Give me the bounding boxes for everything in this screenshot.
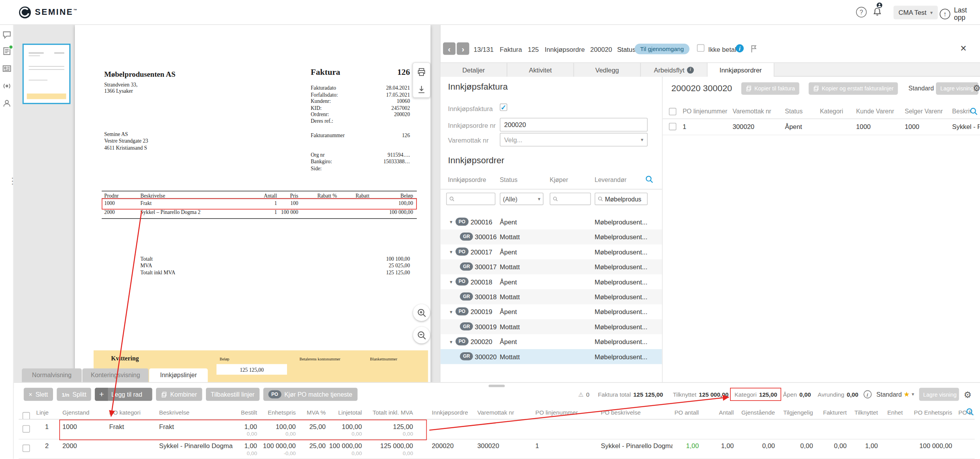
po-invoice-checkbox[interactable]: ✓ <box>500 104 507 111</box>
news-icon[interactable] <box>2 46 12 56</box>
row-checkbox[interactable] <box>669 123 676 130</box>
save-view-button[interactable]: Lagre visning <box>936 82 978 95</box>
order-row-gr[interactable]: GR 300018 Mottatt Møbelprodusent... <box>441 289 662 304</box>
chat-icon[interactable] <box>2 30 12 40</box>
dont-pay-checkbox[interactable] <box>697 44 704 52</box>
chevron-down-icon[interactable]: ▾ <box>450 279 452 285</box>
buyer-filter-input[interactable] <box>560 196 588 203</box>
invoice-total-row: MVA25 025,00 <box>140 263 410 269</box>
po-number-input[interactable] <box>500 118 648 131</box>
chevron-down-icon: ▾ <box>912 392 914 397</box>
panel-drag-handle[interactable] <box>489 385 505 387</box>
gear-icon[interactable]: ⚙ <box>964 390 972 399</box>
po-table-row[interactable]: 1 300020 Åpent 1000 1000 Sykkel - Pinare… <box>663 119 980 136</box>
zoom-out-button[interactable] <box>413 327 430 343</box>
panel-resize-handle-icon[interactable]: ⋮ <box>8 176 17 186</box>
thumbnail-receipt-band <box>27 94 66 99</box>
next-invoice-button[interactable]: › <box>457 42 469 55</box>
receipt-number-select[interactable]: Velg... ▾ <box>500 133 648 147</box>
receipt-amount-label: Beløp <box>220 357 229 361</box>
info-icon[interactable]: i <box>735 44 744 53</box>
recipient-line: Vestre Strandgate 23 <box>104 138 148 144</box>
supplier-filter[interactable] <box>595 192 648 205</box>
order-row-gr-selected[interactable]: GR 300020 Mottatt Møbelprodusent... <box>441 349 662 364</box>
account-selector[interactable]: CMA Test ▾ <box>893 5 937 19</box>
copy-replace-button[interactable]: Kopier og erstatt fakturalinjer <box>809 82 898 95</box>
order-number-filter-input[interactable] <box>456 196 492 203</box>
previous-invoice-button[interactable]: ‹ <box>443 42 455 55</box>
copy-to-invoice-button[interactable]: Kopier til faktura <box>741 82 799 95</box>
add-row-button[interactable]: +Legg til rad <box>95 388 152 401</box>
orders-search-icon[interactable] <box>645 175 653 184</box>
gear-icon[interactable]: ⚙ <box>973 83 980 92</box>
tab-aktivitet[interactable]: Aktivitet <box>507 63 574 78</box>
lines-search-icon[interactable] <box>966 408 974 416</box>
chevron-down-icon[interactable]: ▾ <box>450 339 452 344</box>
tab-konteringsvisning[interactable]: Konteringsvisning <box>82 369 149 383</box>
order-row-gr[interactable]: GR 300016 Mottatt Møbelprodusent... <box>441 230 662 244</box>
news-badge <box>9 45 13 49</box>
help-icon[interactable]: ? <box>856 7 867 18</box>
status-filter-select[interactable]: (Alle) ▾ <box>500 192 544 205</box>
dont-pay-label: Ikke betal <box>708 46 736 53</box>
line-row-1[interactable]: 1 1000 Frakt Frakt 1,000,00 100,000,00 2… <box>19 420 975 440</box>
flag-icon[interactable] <box>750 44 759 54</box>
order-row-po[interactable]: ▾ PO 200018 Åpent Møbelprodusent... <box>441 274 662 289</box>
row-checkbox[interactable] <box>23 425 30 433</box>
search-icon <box>553 196 558 202</box>
reset-lines-button[interactable]: Tilbakestill linjer <box>206 388 259 401</box>
chevron-down-icon[interactable]: ▾ <box>450 219 452 225</box>
order-row-po[interactable]: ▾ PO 200017 Åpent Møbelprodusent... <box>441 244 662 259</box>
buyer-filter[interactable] <box>550 192 591 205</box>
tab-normalvisning[interactable]: Normalvisning <box>22 369 82 383</box>
tab-arbeidsflyt[interactable]: Arbeidsflyti <box>641 63 707 78</box>
stat-avrunding: Avrunding0,00 <box>816 391 858 398</box>
tab-detaljer[interactable]: Detaljer <box>441 63 507 78</box>
tab-innkjopsordrer[interactable]: Innkjøpsordrer <box>707 63 774 78</box>
order-row-gr[interactable]: GR 300019 Mottatt Møbelprodusent... <box>441 319 662 334</box>
po-table-search-icon[interactable] <box>969 107 978 115</box>
section-title-innkjopsordrer: Innkjøpsordrer <box>448 155 504 165</box>
chevron-down-icon[interactable]: ▾ <box>450 249 452 255</box>
print-button[interactable] <box>413 63 430 81</box>
upload-button[interactable]: ↑ Last opp <box>940 6 980 21</box>
chevron-down-icon[interactable]: ▾ <box>450 309 452 315</box>
close-icon[interactable]: × <box>960 42 966 55</box>
trademark: ™ <box>73 9 78 12</box>
contact-card-icon[interactable] <box>2 64 12 74</box>
left-rail: ⋮ <box>0 25 14 459</box>
user-history-icon[interactable] <box>2 99 12 109</box>
line-row-2[interactable]: 2 2000 Sykkel - Pinarello Dogma 2 1,000,… <box>19 440 975 459</box>
broadcast-icon[interactable] <box>2 81 12 91</box>
order-row-po[interactable]: ▾ PO 200016 Åpent Møbelprodusent... <box>441 214 662 229</box>
split-line-button[interactable]: 1/nSplitt <box>57 388 91 401</box>
tab-vedlegg[interactable]: Vedlegg <box>574 63 641 78</box>
combine-button[interactable]: Kombiner <box>156 388 202 401</box>
invoice-ref-label: Faktura <box>500 46 522 53</box>
semine-logo <box>19 6 31 19</box>
status-badge: Til gjennomgang <box>634 44 689 54</box>
invoice-meta-row: Ordrenr:200020 <box>311 111 410 117</box>
po-match-button[interactable]: POKjør PO matche tjeneste <box>263 388 357 401</box>
tab-innkjopslinjer[interactable]: Innkjøpslinjer <box>149 369 207 383</box>
row-checkbox[interactable] <box>23 445 30 452</box>
order-number-filter[interactable] <box>446 192 495 205</box>
supplier-address2: 1366 Lysaker <box>104 88 133 94</box>
lines-save-view-button[interactable]: Lagre visning <box>919 388 959 401</box>
page-thumbnail[interactable] <box>23 44 71 104</box>
order-row-gr[interactable]: GR 300017 Mottatt Møbelprodusent... <box>441 260 662 274</box>
invoice-line-1: 1000 Frakt 1 100 100,00 <box>102 200 417 209</box>
totals-info-icon[interactable]: i <box>863 390 872 399</box>
download-button[interactable] <box>413 80 430 98</box>
lines-view-selector[interactable]: Standard★▾ <box>876 390 914 399</box>
order-row-po[interactable]: ▾ PO 200020 Åpent Møbelprodusent... <box>441 334 662 349</box>
select-all-checkbox[interactable] <box>23 412 30 419</box>
order-row-po[interactable]: ▾ PO 200019 Åpent Møbelprodusent... <box>441 304 662 319</box>
select-all-checkbox[interactable] <box>669 108 676 115</box>
zoom-in-button[interactable] <box>413 304 430 321</box>
delete-line-button[interactable]: ×Slett <box>24 388 53 401</box>
supplier-address1: Strandveien 33, <box>104 82 137 88</box>
supplier-filter-input[interactable] <box>605 196 645 203</box>
totals-bar: ⚠0 Faktura total125 125,00 Tilknyttet125… <box>577 388 972 401</box>
invoice-meta-row: KID:2457002 <box>311 104 410 111</box>
